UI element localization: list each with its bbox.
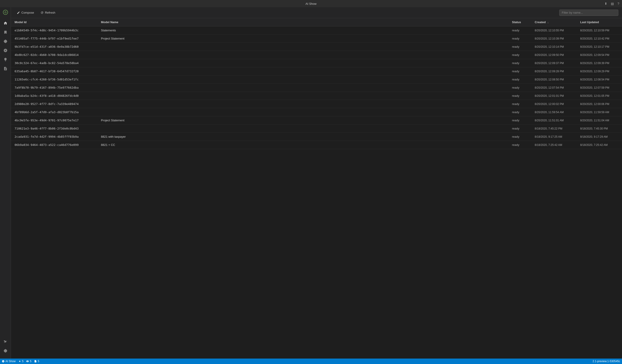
cell-created: 8/20/2020, 12:10:55 PM — [531, 26, 577, 35]
statusbar-app[interactable]: AI Show — [2, 360, 16, 363]
cell-status: ready — [508, 51, 531, 59]
table-row[interactable]: e1b84549-5f4c-4d8c-9454-1709b5944b3c Sta… — [11, 26, 622, 35]
cell-model-name — [97, 43, 508, 51]
cell-model-name — [97, 67, 508, 75]
sidebar-item-lightbulb[interactable] — [1, 55, 10, 64]
app-body: Compose Refresh Model Id Model Name Stat… — [0, 7, 622, 359]
col-status[interactable]: Status — [508, 18, 531, 26]
cell-created: 8/20/2020, 12:10:14 PM — [531, 43, 577, 51]
share-icon[interactable]: ⬆ — [604, 2, 607, 5]
table-row[interactable]: 4bd0c627-02dc-4b60-b708-9da1dcd86814 rea… — [11, 51, 622, 59]
cell-status: ready — [508, 125, 531, 133]
col-created[interactable]: Created ↓ — [531, 18, 577, 26]
table-row[interactable]: 635a6a45-8b87-4617-bf38-64547d732f20 rea… — [11, 67, 622, 75]
cell-model-id: 11265e6c-cfc4-4260-bf36-5d01d53ef1fc — [11, 75, 97, 84]
cell-last-updated: 8/18/2020, 7:45:30 PM — [577, 125, 622, 133]
cell-created: 8/20/2020, 11:51:01 AM — [531, 116, 577, 125]
sidebar-item-bookmark[interactable] — [1, 28, 10, 36]
table-row[interactable]: 710621e3-9a46-4ff7-8b06-2f3de0c0bd43 rea… — [11, 125, 622, 133]
sidebar-item-person[interactable] — [1, 46, 10, 55]
cell-last-updated: 8/20/2020, 12:10:42 PM — [577, 35, 622, 43]
cell-status: ready — [508, 92, 531, 100]
filter-input[interactable] — [559, 10, 618, 16]
cell-status: ready — [508, 100, 531, 108]
sidebar-item-document[interactable] — [1, 65, 10, 73]
sidebar-item-plug[interactable] — [1, 338, 10, 346]
table-row[interactable]: 4bf89b6d-2a5f-47d9-afa3-d823b8f7b15a rea… — [11, 108, 622, 116]
col-model-id[interactable]: Model Id — [11, 18, 97, 26]
sidebar-item-settings[interactable] — [1, 347, 10, 355]
cell-model-name: 8821 + CC — [97, 141, 508, 149]
sort-desc-icon: ↓ — [547, 21, 549, 24]
cell-model-id: 710621e3-9a46-4ff7-8b06-2f3de0c0bd43 — [11, 125, 97, 133]
cell-model-name: Project Statement — [97, 35, 508, 43]
cell-model-name — [97, 59, 508, 67]
cell-last-updated: 8/20/2020, 12:01:05 PM — [577, 92, 622, 100]
cell-model-name — [97, 100, 508, 108]
cell-model-id: 635a6a45-8b87-4617-bf38-64547d732f20 — [11, 67, 97, 75]
table-row[interactable]: 7a9f8b70-9b79-4167-894b-75e977662dba rea… — [11, 84, 622, 92]
cell-model-id: 2d980e20-9527-4f77-8dfc-7a339e489474 — [11, 100, 97, 108]
table-row[interactable]: 11265e6c-cfc4-4260-bf36-5d01d53ef1fc rea… — [11, 75, 622, 84]
cell-model-id: 1d8aba5a-b24c-43f8-a418-d04826fdc4d0 — [11, 92, 97, 100]
table-row[interactable]: 4bc9e5fe-953e-49d4-9701-97c0075e7e17 Pro… — [11, 116, 622, 125]
statusbar-count2-label: 5 — [30, 360, 31, 363]
svg-point-0 — [3, 10, 8, 15]
app-logo — [2, 9, 9, 16]
cell-model-id: 2cada931-fe7d-4d2f-9994-4b85fff03b9a — [11, 133, 97, 141]
compose-icon — [17, 11, 20, 14]
compose-button[interactable]: Compose — [15, 10, 36, 16]
table-row[interactable]: 30c0c324-67ec-4adb-bc82-54a578e58ba4 rea… — [11, 59, 622, 67]
cell-status: ready — [508, 35, 531, 43]
cell-status: ready — [508, 84, 531, 92]
cell-model-id: 4bd0c627-02dc-4b60-b708-9da1dcd86814 — [11, 51, 97, 59]
table-row[interactable]: 1d8aba5a-b24c-43f8-a418-d04826fdc4d0 rea… — [11, 92, 622, 100]
cell-status: ready — [508, 75, 531, 84]
sidebar-item-cog[interactable] — [1, 37, 10, 45]
table-row[interactable]: 451405af-f775-444b-bf97-e1bf9ed1fee7 Pro… — [11, 35, 622, 43]
svg-point-1 — [19, 361, 20, 362]
cell-status: ready — [508, 43, 531, 51]
table-container[interactable]: Model Id Model Name Status Created ↓ Las… — [11, 18, 622, 359]
col-model-name[interactable]: Model Name — [97, 18, 508, 26]
statusbar-count3[interactable]: 5 — [34, 360, 39, 363]
cell-last-updated: 8/20/2020, 12:10:17 PM — [577, 43, 622, 51]
cell-status: ready — [508, 141, 531, 149]
cell-status: ready — [508, 116, 531, 125]
cell-last-updated: 8/20/2020, 12:08:54 PM — [577, 75, 622, 84]
cell-model-id: 4bf89b6d-2a5f-47d9-afa3-d823b8f7b15a — [11, 108, 97, 116]
layout-icon[interactable]: ▤ — [611, 2, 614, 5]
cell-created: 8/20/2020, 11:59:54 AM — [531, 108, 577, 116]
cell-model-name — [97, 51, 508, 59]
cell-model-id: 4bc9e5fe-953e-49d4-9701-97c0075e7e17 — [11, 116, 97, 125]
cell-model-name: Statements — [97, 26, 508, 35]
titlebar-icons: ⬆ ▤ ? — [604, 2, 619, 5]
sidebar-item-home[interactable] — [1, 19, 10, 27]
statusbar-count1-label: 5 — [22, 360, 24, 363]
cell-created: 8/18/2020, 7:25:42 AM — [531, 141, 577, 149]
statusbar-icon1 — [19, 360, 21, 363]
table-row[interactable]: 2cada931-fe7d-4d2f-9994-4b85fff03b9a 882… — [11, 133, 622, 141]
table-row[interactable]: 2d980e20-9527-4f77-8dfc-7a339e489474 rea… — [11, 100, 622, 108]
titlebar: AI Show ⬆ ▤ ? — [0, 0, 622, 7]
cell-last-updated: 8/20/2020, 11:51:04 AM — [577, 116, 622, 125]
statusbar-count2[interactable]: 5 — [26, 360, 31, 363]
refresh-button[interactable]: Refresh — [38, 10, 58, 16]
cell-created: 8/18/2020, 9:17:25 AM — [531, 133, 577, 141]
refresh-label: Refresh — [45, 11, 56, 14]
help-icon[interactable]: ? — [618, 2, 619, 5]
refresh-icon — [40, 11, 44, 14]
table-row[interactable]: 9b3fd7ce-e51d-431f-a036-0e9a38b72d60 rea… — [11, 43, 622, 51]
table-row[interactable]: 06b9a034-9464-4873-a522-ca46d776e099 882… — [11, 141, 622, 149]
statusbar-icon3 — [34, 360, 37, 363]
titlebar-title: AI Show — [306, 2, 316, 5]
statusbar-count1[interactable]: 5 — [19, 360, 24, 363]
cell-model-name — [97, 92, 508, 100]
col-last-updated[interactable]: Last Updated — [577, 18, 622, 26]
cell-created: 8/20/2020, 12:08:50 PM — [531, 75, 577, 84]
statusbar-left: AI Show 5 5 5 — [2, 360, 590, 363]
cell-model-name — [97, 75, 508, 84]
cell-model-name — [97, 125, 508, 133]
cell-created: 8/20/2020, 12:07:54 PM — [531, 84, 577, 92]
table-header-row: Model Id Model Name Status Created ↓ Las… — [11, 18, 622, 26]
